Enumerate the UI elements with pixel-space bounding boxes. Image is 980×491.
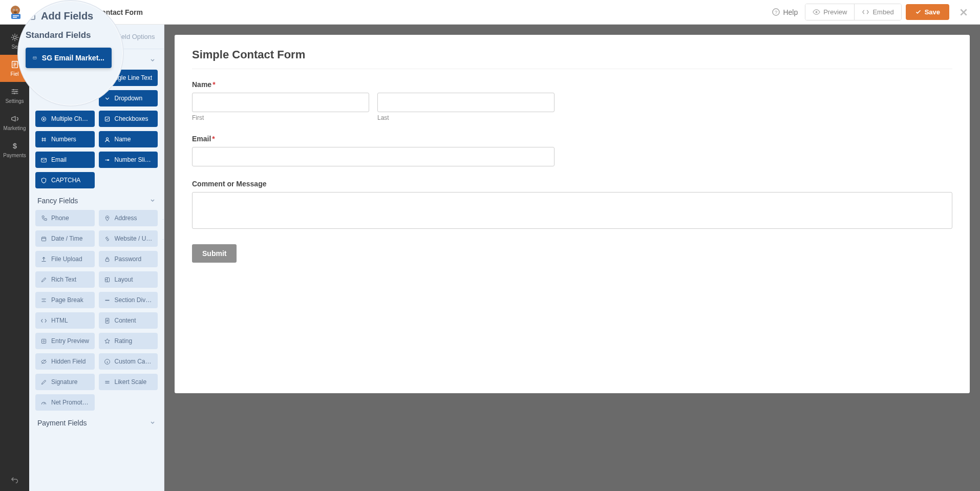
- email-input[interactable]: [192, 147, 555, 166]
- vnav-settings[interactable]: Settings: [0, 82, 29, 109]
- svg-rect-6: [11, 14, 20, 19]
- preview-button[interactable]: Preview: [805, 4, 854, 20]
- field-signature[interactable]: Signature: [35, 374, 95, 390]
- email-label: Email*: [192, 135, 952, 143]
- comment-textarea[interactable]: [192, 192, 952, 229]
- vertical-nav: Se Fiel Settings Marketing $ Payments: [0, 25, 29, 491]
- field-password[interactable]: Password: [99, 251, 158, 267]
- slider-icon: [104, 157, 111, 163]
- preview-embed-group: Preview Embed: [805, 4, 901, 20]
- field-content[interactable]: Content: [99, 312, 158, 329]
- envelope-icon: [33, 53, 37, 62]
- svg-point-26: [106, 217, 108, 218]
- svg-rect-31: [41, 339, 46, 343]
- vnav-payments[interactable]: $ Payments: [0, 136, 29, 163]
- sidebar-collapse-toggle[interactable]: [162, 219, 164, 240]
- calendar-icon: [40, 236, 47, 242]
- form-title: Simple Contact Form: [192, 48, 952, 61]
- vnav-marketing[interactable]: Marketing: [0, 109, 29, 136]
- field-entry-preview[interactable]: Entry Preview: [35, 333, 95, 349]
- field-name: Name* First Last: [192, 80, 952, 121]
- field-file-upload[interactable]: File Upload: [35, 251, 95, 267]
- link-icon: [104, 236, 111, 242]
- svg-rect-27: [41, 237, 46, 241]
- field-date-time[interactable]: Date / Time: [35, 230, 95, 247]
- field-likert-scale[interactable]: Likert Scale: [99, 374, 158, 390]
- field-hidden-field[interactable]: Hidden Field: [35, 353, 95, 370]
- magnifier-highlight-button[interactable]: SG Email Market...: [26, 48, 112, 68]
- gauge-icon: [40, 399, 47, 406]
- required-indicator: *: [212, 135, 215, 143]
- field-website-url[interactable]: Website / URL: [99, 230, 158, 247]
- svg-point-5: [14, 11, 17, 13]
- field-email[interactable]: Email: [35, 152, 95, 168]
- last-sublabel: Last: [377, 114, 555, 121]
- star-icon: [104, 338, 111, 345]
- svg-point-0: [11, 6, 20, 15]
- field-rating[interactable]: Rating: [99, 333, 158, 349]
- magnifier-subtitle: Standard Fields: [26, 30, 116, 40]
- envelope-icon: [40, 157, 47, 163]
- field-email: Email*: [192, 135, 952, 166]
- svg-point-15: [15, 91, 17, 93]
- first-name-input[interactable]: [192, 93, 369, 112]
- field-name[interactable]: Name: [99, 131, 158, 147]
- embed-button[interactable]: Embed: [854, 4, 901, 20]
- group-fancy-header[interactable]: Fancy Fields: [34, 191, 159, 209]
- wpforms-logo-icon: [7, 4, 24, 21]
- field-html[interactable]: HTML: [35, 312, 95, 329]
- field-checkboxes[interactable]: Checkboxes: [99, 111, 158, 127]
- field-multiple-choice[interactable]: Multiple Choice: [35, 111, 95, 127]
- submit-button[interactable]: Submit: [192, 244, 237, 263]
- help-icon: ?: [772, 8, 780, 16]
- field-captcha[interactable]: CAPTCHA: [35, 172, 95, 188]
- gear-icon: [10, 33, 19, 42]
- code-icon: [40, 317, 47, 324]
- svg-rect-8: [13, 17, 17, 18]
- comment-label: Comment or Message: [192, 180, 952, 188]
- doc-icon: [104, 317, 111, 324]
- svg-point-11: [816, 11, 818, 13]
- field-number-slider[interactable]: Number Slider: [99, 152, 158, 168]
- field-custom-captcha[interactable]: Custom Captcha: [99, 353, 158, 370]
- field-numbers[interactable]: Numbers: [35, 131, 95, 147]
- caret-icon: [104, 95, 111, 102]
- close-button[interactable]: [953, 8, 974, 17]
- svg-point-4: [16, 9, 17, 10]
- sidebar-scroll[interactable]: Standard Fields SG Email Market...ngle L…: [29, 49, 164, 441]
- first-sublabel: First: [192, 114, 369, 121]
- dollar-icon: $: [10, 141, 19, 151]
- field-layout[interactable]: Layout: [99, 271, 158, 288]
- svg-point-16: [13, 93, 15, 94]
- svg-rect-28: [105, 259, 109, 261]
- eye-icon: [813, 8, 820, 16]
- check-icon: [104, 116, 111, 122]
- magnifier-title: Add Fields: [26, 10, 116, 22]
- scale-icon: [104, 379, 111, 386]
- field-rich-text[interactable]: Rich Text: [35, 271, 95, 288]
- field-comment: Comment or Message: [192, 180, 952, 231]
- group-payment-header[interactable]: Payment Fields: [34, 414, 159, 431]
- field-section-divider[interactable]: Section Divider: [99, 292, 158, 308]
- app-logo: [6, 3, 25, 22]
- undo-button[interactable]: [5, 469, 25, 491]
- last-name-input[interactable]: [377, 93, 555, 112]
- form-canvas: Simple Contact Form Name* First Last: [164, 25, 980, 491]
- field-phone[interactable]: Phone: [35, 210, 95, 226]
- form-paper: Simple Contact Form Name* First Last: [175, 35, 970, 393]
- layout-icon: [104, 276, 111, 283]
- svg-rect-22: [105, 117, 109, 121]
- field-page-break[interactable]: Page Break: [35, 292, 95, 308]
- shield-icon: [40, 177, 47, 184]
- topbar: Contact Form ? Help Preview Embed Save: [0, 0, 980, 25]
- save-button[interactable]: Save: [906, 4, 949, 20]
- field-net-promoter-sc-[interactable]: Net Promoter Sc...: [35, 394, 95, 411]
- field-address[interactable]: Address: [99, 210, 158, 226]
- preview-icon: [40, 338, 47, 345]
- chevron-down-icon: [150, 198, 156, 204]
- field-dropdown[interactable]: Dropdown: [99, 90, 158, 106]
- lock-icon: [104, 256, 111, 263]
- help-link[interactable]: ? Help: [772, 8, 798, 16]
- check-icon: [915, 9, 922, 15]
- chevron-down-icon: [150, 420, 156, 426]
